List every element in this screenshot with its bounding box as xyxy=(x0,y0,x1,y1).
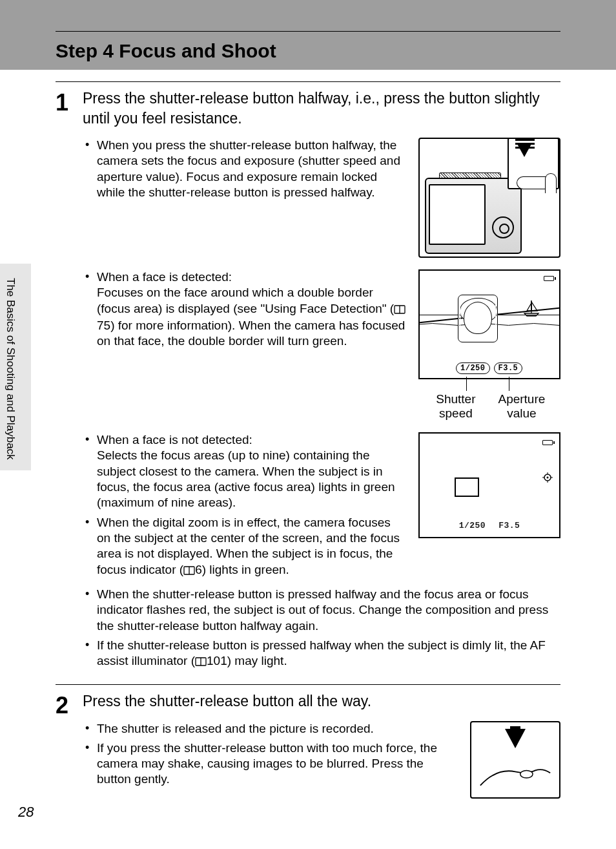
step-heading: Press the shutter-release button halfway… xyxy=(83,89,560,129)
list-item: When the shutter-release button is press… xyxy=(97,587,560,634)
divider xyxy=(56,81,560,82)
list-item: When the digital zoom is in effect, the … xyxy=(97,515,407,579)
page-reference-icon xyxy=(183,563,195,579)
sailboat-icon xyxy=(522,299,541,317)
aperture-value: F3.5 xyxy=(494,362,523,374)
list-item: If the shutter-release button is pressed… xyxy=(97,638,560,671)
battery-icon xyxy=(542,440,553,445)
content: 1 Press the shutter-release button halfw… xyxy=(56,81,560,799)
text: The shutter is released and the picture … xyxy=(97,722,374,735)
camera-lcd-icon xyxy=(429,184,486,245)
page-reference-icon xyxy=(394,302,406,318)
figure-with-callouts: 1/250F3.5 Shutter speed Aperture value xyxy=(418,269,560,421)
step-number: 1 xyxy=(56,91,83,114)
side-tab-label: The Basics of Shooting and Playback xyxy=(4,278,17,460)
section-title: Step 4 Focus and Shoot xyxy=(56,40,276,62)
aperture-value: F3.5 xyxy=(498,521,520,530)
bullet-list: When a face is detected: Focuses on the … xyxy=(83,269,407,353)
row: The shutter is released and the picture … xyxy=(83,721,560,799)
text: When you press the shutter-release butto… xyxy=(97,138,400,199)
text: If the shutter-release button is pressed… xyxy=(97,638,546,667)
bullet-list: When you press the shutter-release butto… xyxy=(83,138,407,204)
step-1: 1 Press the shutter-release button halfw… xyxy=(56,89,560,674)
text: 101 xyxy=(207,654,227,667)
step-heading: Press the shutter-release button all the… xyxy=(83,691,560,711)
step-number: 2 xyxy=(56,694,83,717)
shutter-speed-value: 1/250 xyxy=(459,521,486,530)
shutter-speed-label: Shutter speed xyxy=(424,392,488,421)
figure-full-press xyxy=(470,721,560,799)
text: Focuses on the face around which a doubl… xyxy=(97,286,394,315)
callout-line-icon xyxy=(466,377,467,391)
text: If you press the shutter-release button … xyxy=(97,741,437,786)
text: ) lights in green. xyxy=(202,563,289,576)
row: When a face is not detected: Selects the… xyxy=(83,432,560,583)
page: Step 4 Focus and Shoot The Basics of Sho… xyxy=(0,0,616,849)
finger-icon xyxy=(517,176,555,189)
text: When a face is detected: xyxy=(97,270,232,284)
text: ) may light. xyxy=(227,654,287,667)
text: Selects the focus areas (up to nine) con… xyxy=(97,448,395,509)
bullet-list: The shutter is released and the picture … xyxy=(83,721,458,791)
header-rule xyxy=(56,31,560,32)
page-reference-icon xyxy=(195,655,207,670)
exposure-readout: 1/250F3.5 xyxy=(420,521,559,530)
step-body: Press the shutter-release button all the… xyxy=(83,691,560,798)
text: When a face is not detected: xyxy=(97,433,252,446)
text: 75 xyxy=(97,319,110,332)
callout-line-icon xyxy=(509,377,509,391)
list-item: When you press the shutter-release butto… xyxy=(97,138,407,200)
arrow-down-icon xyxy=(505,729,526,748)
camera-dial-icon xyxy=(492,216,514,238)
battery-icon xyxy=(544,276,554,281)
page-number: 28 xyxy=(18,804,34,821)
shutter-speed-value: 1/250 xyxy=(456,362,490,374)
text: ) for more information). When the camera… xyxy=(97,319,405,348)
list-item: When a face is detected: Focuses on the … xyxy=(97,269,407,350)
focus-indicator-icon xyxy=(542,472,553,485)
arrow-down-icon xyxy=(517,143,532,157)
list-item: The shutter is released and the picture … xyxy=(97,721,458,737)
step-2: 2 Press the shutter-release button all t… xyxy=(56,691,560,798)
callout-labels: Shutter speed Aperture value xyxy=(418,383,560,421)
text: 6 xyxy=(195,563,202,576)
bullet-list: When a face is not detected: Selects the… xyxy=(83,432,407,583)
list-item: If you press the shutter-release button … xyxy=(97,740,458,788)
figure-focus-area-screen: 1/250F3.5 xyxy=(418,432,560,538)
finger-icon xyxy=(478,766,553,790)
svg-point-13 xyxy=(520,770,533,778)
shutter-inset-icon xyxy=(508,138,559,189)
bullet-list: When the shutter-release button is press… xyxy=(83,587,560,671)
aperture-value-label: Aperture value xyxy=(488,392,555,421)
figure-face-detection-screen: 1/250F3.5 xyxy=(418,269,560,379)
list-item: When a face is not detected: Selects the… xyxy=(97,432,407,511)
step-body: Press the shutter-release button halfway… xyxy=(83,89,560,674)
focus-frame-icon xyxy=(458,295,497,342)
svg-point-6 xyxy=(547,477,549,479)
divider xyxy=(56,684,560,685)
focus-area-icon xyxy=(455,477,479,497)
row: When a face is detected: Focuses on the … xyxy=(83,269,560,421)
exposure-readout: 1/250F3.5 xyxy=(456,362,526,374)
text: When the shutter-release button is press… xyxy=(97,587,548,633)
figure-camera-halfpress xyxy=(418,138,560,258)
row: When you press the shutter-release butto… xyxy=(83,138,560,258)
